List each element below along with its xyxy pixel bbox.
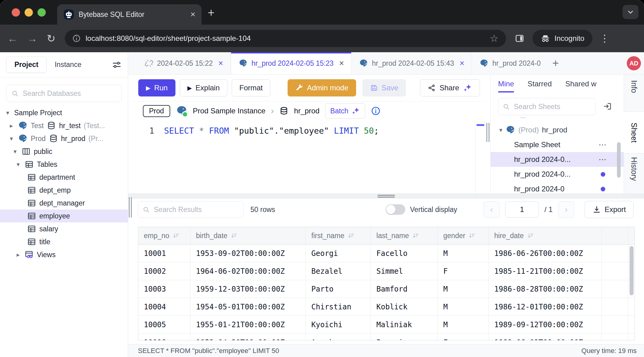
- new-tab-icon[interactable]: [208, 7, 214, 18]
- table-cell[interactable]: Maliniak: [371, 316, 438, 333]
- table-cell[interactable]: Anneke: [306, 334, 371, 340]
- table-cell[interactable]: 1954-05-01T00:00:00Z: [190, 298, 306, 316]
- database-search-input[interactable]: [22, 89, 116, 98]
- table-cell[interactable]: 10002: [138, 262, 190, 280]
- table-cell[interactable]: 1953-09-02T00:00:00Z: [190, 245, 306, 262]
- browser-tab[interactable]: Bytebase SQL Editor: [57, 4, 202, 25]
- tree-node-table-dept-manager[interactable]: dept_manager: [0, 197, 128, 210]
- tree-node-table-dept-emp[interactable]: dept_emp: [0, 184, 128, 197]
- table-cell[interactable]: Kyoichi: [306, 316, 371, 333]
- caret-right-icon[interactable]: [8, 123, 15, 129]
- column-header-emp-no[interactable]: emp_no: [138, 227, 190, 244]
- table-cell[interactable]: 1985-11-21T00:00:00Z: [489, 262, 602, 280]
- more-actions-icon[interactable]: [599, 155, 607, 163]
- table-cell[interactable]: M: [438, 280, 489, 298]
- table-cell[interactable]: Koblick: [371, 298, 438, 316]
- tree-node-project[interactable]: Sample Project: [0, 106, 128, 119]
- browser-menu-icon[interactable]: [600, 33, 610, 43]
- column-header-gender[interactable]: gender: [438, 227, 489, 244]
- table-cell[interactable]: Facello: [371, 245, 438, 262]
- table-cell[interactable]: Parto: [306, 280, 371, 298]
- table-cell[interactable]: 1959-12-03T00:00:00Z: [190, 280, 306, 298]
- environment-chip[interactable]: Prod: [143, 105, 170, 117]
- table-cell[interactable]: 1986-08-28T00:00:00Z: [489, 280, 602, 298]
- tab-shared-with-me[interactable]: Shared w: [565, 80, 596, 88]
- vertical-splitter[interactable]: [485, 75, 490, 194]
- table-row[interactable]: 10005 1955-01-21T00:00:00Z Kyoichi Malin…: [138, 316, 634, 334]
- table-cell[interactable]: 1986-12-01T00:00:00Z: [489, 298, 602, 316]
- sheet-search[interactable]: [498, 98, 596, 115]
- sql-code-editor[interactable]: 1 SELECT * FROM "public"."employee" LIMI…: [132, 120, 485, 194]
- table-cell[interactable]: M: [438, 316, 489, 333]
- tree-node-table-employee-selected[interactable]: employee: [0, 210, 128, 222]
- vertical-splitter-handle[interactable]: [486, 123, 489, 142]
- tree-node-table-salary[interactable]: salary: [0, 222, 128, 235]
- window-minimize-button[interactable]: [25, 8, 33, 17]
- sort-icon[interactable]: [348, 232, 355, 239]
- sort-icon[interactable]: [468, 232, 476, 239]
- side-panel-icon[interactable]: [515, 33, 524, 43]
- sidebar-tab-project[interactable]: Project: [6, 57, 47, 73]
- table-cell[interactable]: 1964-06-02T00:00:00Z: [190, 262, 306, 280]
- database-search[interactable]: [6, 85, 122, 102]
- caret-down-icon[interactable]: [15, 161, 22, 167]
- caret-down-icon[interactable]: [12, 148, 18, 155]
- table-cell[interactable]: 1953-04-20T00:00:00Z: [190, 334, 306, 340]
- horizontal-splitter-handle[interactable]: [378, 195, 395, 198]
- format-button[interactable]: Format: [232, 79, 270, 96]
- vertical-display-toggle[interactable]: [386, 204, 405, 215]
- caret-down-icon[interactable]: [499, 127, 502, 133]
- table-cell[interactable]: 10006: [138, 334, 190, 340]
- tree-node-table-title[interactable]: title: [0, 235, 128, 248]
- ai-sparkle-icon[interactable]: [463, 83, 472, 92]
- strip-tab-info[interactable]: Info: [630, 80, 638, 93]
- sidebar-tab-instance[interactable]: Instance: [47, 57, 89, 73]
- sheet-item-unsaved[interactable]: hr_prod 2024-0...: [491, 167, 624, 182]
- tab-mine[interactable]: Mine: [498, 80, 514, 88]
- caret-down-icon[interactable]: [4, 110, 11, 116]
- table-row[interactable]: 10001 1953-09-02T00:00:00Z Georgi Facell…: [138, 245, 634, 262]
- sheet-tab-4[interactable]: hr_prod 2024-0: [472, 52, 548, 74]
- column-header-birth-date[interactable]: birth_date: [190, 227, 306, 244]
- sheet-item-clipped-top[interactable]: hr_prod 2024-0...: [491, 118, 624, 123]
- column-header-last-name[interactable]: last_name: [371, 227, 438, 244]
- explain-button[interactable]: Explain: [180, 79, 227, 96]
- sheet-group-prod-hr-prod[interactable]: (Prod) hr_prod: [491, 123, 624, 137]
- site-info-icon[interactable]: [72, 34, 81, 43]
- tree-node-views[interactable]: Views: [0, 248, 128, 261]
- sql-line-1[interactable]: SELECT * FROM "public"."employee" LIMIT …: [164, 126, 379, 135]
- sheet-list-scrollbar[interactable]: [617, 142, 621, 178]
- admin-mode-button[interactable]: Admin mode: [288, 79, 356, 96]
- database-name[interactable]: hr_prod: [294, 107, 320, 115]
- sort-icon[interactable]: [527, 232, 534, 239]
- sheet-tab-1[interactable]: 2024-02-05 15:22: [137, 52, 231, 74]
- table-cell[interactable]: Simmel: [371, 262, 438, 280]
- horizontal-splitter[interactable]: [128, 194, 644, 198]
- close-tab-icon[interactable]: [460, 59, 465, 68]
- tree-node-hr-prod[interactable]: Prod hr_prod (Pr...: [0, 132, 128, 145]
- save-button[interactable]: Save: [362, 79, 406, 96]
- sheet-tab-2-active[interactable]: hr_prod 2024-02-05 15:23: [231, 52, 351, 74]
- info-circle-icon[interactable]: [371, 106, 381, 116]
- sort-icon[interactable]: [230, 232, 238, 239]
- table-cell[interactable]: 1955-01-21T00:00:00Z: [190, 316, 306, 333]
- sheet-item-unsaved-clipped[interactable]: hr_prod 2024-0: [491, 182, 624, 194]
- table-cell[interactable]: Bamford: [371, 280, 438, 298]
- strip-tab-history[interactable]: History: [630, 157, 638, 181]
- tab-search-button[interactable]: [622, 5, 638, 19]
- column-header-hire-date[interactable]: hire_date: [489, 227, 602, 244]
- table-scrollbar-thumb[interactable]: [630, 246, 634, 295]
- add-sheet-icon[interactable]: [552, 58, 559, 69]
- table-cell[interactable]: M: [438, 245, 489, 262]
- share-button[interactable]: Share: [420, 79, 480, 96]
- next-page-button[interactable]: [558, 201, 574, 218]
- table-row[interactable]: 10004 1954-05-01T00:00:00Z Chirstian Kob…: [138, 298, 634, 316]
- run-button[interactable]: Run: [138, 79, 175, 96]
- caret-right-icon[interactable]: [15, 252, 22, 258]
- table-cell[interactable]: F: [438, 334, 489, 340]
- close-tab-icon[interactable]: [218, 59, 223, 68]
- reload-icon[interactable]: [47, 33, 56, 44]
- table-cell[interactable]: 10005: [138, 316, 190, 333]
- sort-icon[interactable]: [172, 232, 180, 239]
- address-bar[interactable]: localhost:8080/sql-editor/sheet/project-…: [65, 30, 506, 47]
